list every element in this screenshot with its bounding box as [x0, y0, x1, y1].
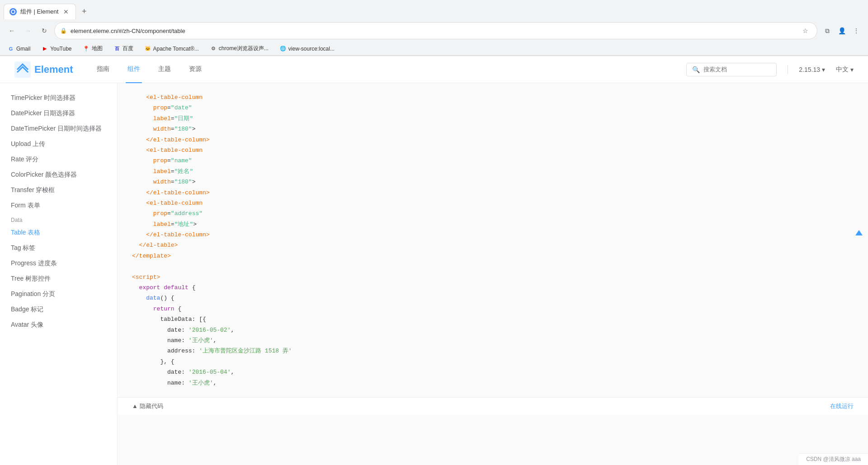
bookmark-tomcat[interactable]: 🐱 Apache Tomcat®... [142, 44, 201, 53]
youtube-favicon: ▶ [41, 45, 48, 52]
view-source-favicon: 🌐 [279, 45, 287, 52]
bookmark-button[interactable]: ☆ [799, 24, 811, 37]
sidebar-item-rate[interactable]: Rate 评分 [0, 152, 117, 167]
code-footer: ▲ 隐藏代码 在线运行 [118, 397, 868, 415]
code-line-14: </el-table-column> [132, 230, 854, 240]
browser-controls: ← → ↻ 🔒 element.eleme.cn/#/zh-CN/compone… [0, 19, 868, 42]
code-line-27: name: '王小虎', [132, 378, 854, 388]
code-line-4: width="180"> [132, 124, 854, 134]
profile-button[interactable]: 👤 [835, 24, 848, 37]
header-right: 🔍 2.15.13 ▾ 中文 ▾ [686, 63, 854, 76]
extensions-button[interactable]: ⧉ [821, 24, 834, 37]
browser-menu-icons: ⧉ 👤 ⋮ [821, 24, 863, 37]
code-line-19: data() { [132, 293, 854, 303]
active-tab[interactable]: 组件 | Element ✕ [4, 4, 76, 19]
code-line-blank [132, 261, 854, 272]
sidebar-item-tree[interactable]: Tree 树形控件 [0, 271, 117, 287]
nav-component[interactable]: 组件 [126, 56, 142, 83]
element-logo-icon [14, 61, 31, 78]
language-selector[interactable]: 中文 ▾ [836, 66, 854, 74]
code-line-5: </el-table-column> [132, 135, 854, 145]
search-input[interactable] [703, 66, 771, 73]
page-wrapper: Element 指南 组件 主题 资源 🔍 2.15.13 ▾ 中文 ▾ [0, 56, 868, 465]
sidebar-item-badge[interactable]: Badge 标记 [0, 302, 117, 317]
bookmarks-bar: G Gmail ▶ YouTube 📍 地图 百 百度 🐱 Apache Tom… [0, 42, 868, 56]
bookmark-ditu[interactable]: 📍 地图 [81, 44, 104, 53]
code-line-8: label="姓名" [132, 166, 854, 177]
nav-resource[interactable]: 资源 [187, 56, 203, 83]
code-line-16: </template> [132, 251, 854, 261]
bookmark-youtube[interactable]: ▶ YouTube [39, 44, 73, 53]
bookmark-chrome-settings[interactable]: ⚙ chrome浏览器设声... [208, 44, 270, 53]
lock-icon: 🔒 [60, 28, 67, 34]
code-block: <el-table-column prop="date" label="日期" … [118, 83, 868, 397]
lang-chevron-icon: ▾ [850, 66, 854, 73]
code-line-26: date: '2016-05-04', [132, 367, 854, 377]
sidebar-item-tag[interactable]: Tag 标签 [0, 240, 117, 256]
header-separator [788, 65, 788, 74]
code-line-7: prop="name" [132, 155, 854, 166]
code-line-23: name: '王小虎', [132, 335, 854, 346]
code-area: <el-table-column prop="date" label="日期" … [118, 83, 868, 465]
sidebar-item-timepicker[interactable]: TimePicker 时间选择器 [0, 90, 117, 106]
code-line-6: <el-table-column [132, 145, 854, 155]
code-line-1: <el-table-column [132, 92, 854, 103]
lang-label: 中文 [836, 66, 849, 74]
bookmark-baidu[interactable]: 百 百度 [112, 44, 135, 53]
sidebar: TimePicker 时间选择器 DatePicker 日期选择器 DateTi… [0, 83, 118, 465]
tab-bar: 组件 | Element ✕ + [0, 0, 868, 19]
code-line-12: prop="address" [132, 208, 854, 219]
tab-close-button[interactable]: ✕ [62, 8, 70, 16]
version-label: 2.15.13 [799, 66, 820, 73]
sidebar-item-table[interactable]: Table 表格 [0, 225, 117, 240]
code-line-17: <script> [132, 272, 854, 282]
search-box[interactable]: 🔍 [686, 63, 777, 76]
main-nav: 指南 组件 主题 资源 [95, 56, 203, 83]
sidebar-item-datetimepicker[interactable]: DateTimePicker 日期时间选择器 [0, 121, 117, 136]
code-line-21: tableData: [{ [132, 314, 854, 324]
collapse-code-button[interactable]: ▲ 隐藏代码 [132, 402, 163, 410]
sidebar-item-pagination[interactable]: Pagination 分页 [0, 287, 117, 302]
sidebar-item-datepicker[interactable]: DatePicker 日期选择器 [0, 106, 117, 121]
bookmark-view-source[interactable]: 🌐 view-source:local... [278, 44, 336, 53]
new-tab-button[interactable]: + [78, 5, 90, 18]
code-line-18: export default { [132, 282, 854, 293]
bookmark-view-source-label: view-source:local... [288, 46, 335, 52]
url-display: element.eleme.cn/#/zh-CN/component/table [71, 28, 795, 34]
nav-forward-button[interactable]: → [22, 24, 34, 37]
code-line-20: return { [132, 304, 854, 314]
bookmark-tomcat-label: Apache Tomcat®... [153, 46, 199, 52]
refresh-button[interactable]: ↻ [38, 24, 51, 37]
bookmark-ditu-label: 地图 [92, 45, 103, 52]
sidebar-item-form[interactable]: Form 表单 [0, 198, 117, 213]
scroll-top-button[interactable] [855, 230, 863, 235]
sidebar-item-avatar[interactable]: Avatar 头像 [0, 317, 117, 333]
bookmark-youtube-label: YouTube [50, 46, 71, 52]
sidebar-item-upload[interactable]: Upload 上传 [0, 136, 117, 152]
code-line-2: prop="date" [132, 103, 854, 113]
menu-button[interactable]: ⋮ [850, 24, 863, 37]
version-selector[interactable]: 2.15.13 ▾ [799, 66, 825, 73]
nav-back-button[interactable]: ← [5, 24, 18, 37]
code-line-13: label="地址"> [132, 219, 854, 230]
code-line-22: date: '2016-05-02', [132, 325, 854, 335]
bookmark-gmail[interactable]: G Gmail [5, 44, 32, 53]
address-bar-actions: ☆ [799, 24, 811, 37]
ditu-favicon: 📍 [83, 45, 90, 52]
code-line-9: width="180"> [132, 177, 854, 187]
code-line-24: address: '上海市普陀区金沙江路 1518 弄' [132, 346, 854, 356]
site-header: Element 指南 组件 主题 资源 🔍 2.15.13 ▾ 中文 ▾ [0, 56, 868, 83]
site-logo[interactable]: Element [14, 61, 73, 78]
nav-theme[interactable]: 主题 [156, 56, 173, 83]
version-chevron-icon: ▾ [822, 66, 825, 73]
code-line-15: </el-table> [132, 240, 854, 250]
sidebar-item-progress[interactable]: Progress 进度条 [0, 256, 117, 271]
run-online-button[interactable]: 在线运行 [830, 402, 854, 410]
address-bar[interactable]: 🔒 element.eleme.cn/#/zh-CN/component/tab… [54, 22, 817, 39]
nav-guide[interactable]: 指南 [95, 56, 111, 83]
bookmark-gmail-label: Gmail [16, 46, 30, 52]
favicon-inner [11, 9, 15, 14]
sidebar-item-colorpicker[interactable]: ColorPicker 颜色选择器 [0, 167, 117, 183]
sidebar-item-transfer[interactable]: Transfer 穿梭框 [0, 183, 117, 198]
tab-title: 组件 | Element [20, 8, 58, 16]
